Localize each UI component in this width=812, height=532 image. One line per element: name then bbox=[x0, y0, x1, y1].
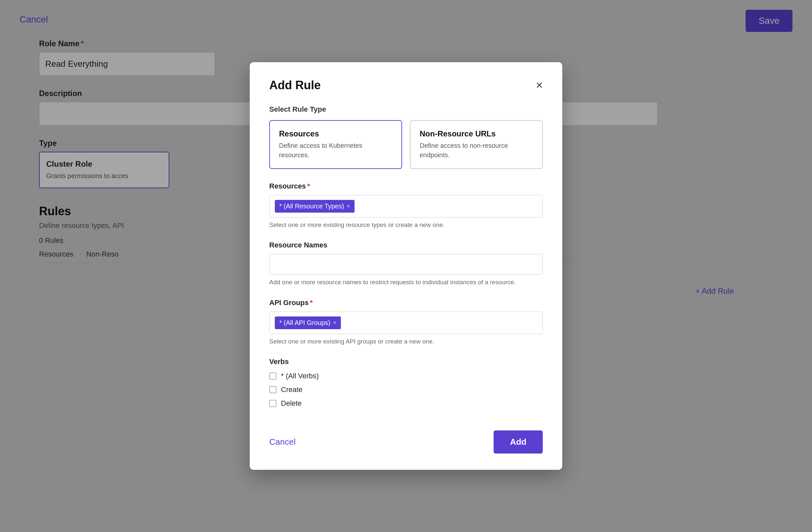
resources-card-desc: Define access to Kubernetes resources. bbox=[279, 141, 392, 160]
api-groups-tag: * (All API Groups) × bbox=[275, 316, 341, 329]
resource-names-hint: Add one or more resource names to restri… bbox=[269, 278, 543, 287]
modal-header: Add Rule × bbox=[269, 78, 543, 92]
api-groups-hint: Select one or more existing API groups o… bbox=[269, 337, 543, 346]
api-groups-tag-close[interactable]: × bbox=[333, 319, 337, 326]
non-resource-card-title: Non-Resource URLs bbox=[420, 129, 533, 138]
resource-names-field: Resource Names Add one or more resource … bbox=[269, 241, 543, 287]
rule-type-resources-card[interactable]: Resources Define access to Kubernetes re… bbox=[269, 120, 402, 169]
resources-card-title: Resources bbox=[279, 129, 392, 138]
resource-names-input[interactable] bbox=[269, 254, 543, 275]
verb-create: Create bbox=[269, 386, 543, 394]
resources-field: Resources * * (All Resource Types) × Sel… bbox=[269, 182, 543, 230]
resources-field-label: Resources * bbox=[269, 182, 543, 190]
modal-cancel-button[interactable]: Cancel bbox=[269, 437, 295, 447]
verb-delete-label: Delete bbox=[281, 399, 302, 408]
rule-type-non-resource-card[interactable]: Non-Resource URLs Define access to non-r… bbox=[410, 120, 543, 169]
verb-create-label: Create bbox=[281, 386, 303, 394]
verb-delete: Delete bbox=[269, 399, 543, 408]
api-groups-tag-input[interactable]: * (All API Groups) × bbox=[269, 312, 543, 334]
resources-tag-input[interactable]: * (All Resource Types) × bbox=[269, 195, 543, 217]
verb-delete-checkbox[interactable] bbox=[269, 400, 276, 407]
rule-type-row: Resources Define access to Kubernetes re… bbox=[269, 120, 543, 169]
resources-hint: Select one or more existing resource typ… bbox=[269, 221, 543, 230]
modal-footer: Cancel Add bbox=[269, 421, 543, 454]
verb-all-verbs-label: * (All Verbs) bbox=[281, 372, 319, 380]
non-resource-card-desc: Define access to non-resource endpoints. bbox=[420, 141, 533, 160]
api-groups-field: API Groups * * (All API Groups) × Select… bbox=[269, 299, 543, 346]
resources-tag: * (All Resource Types) × bbox=[275, 200, 354, 213]
verbs-label: Verbs bbox=[269, 358, 543, 366]
resources-tag-close[interactable]: × bbox=[347, 203, 350, 210]
verb-all-verbs-checkbox[interactable] bbox=[269, 372, 276, 379]
modal-close-button[interactable]: × bbox=[536, 80, 543, 91]
verb-all-verbs: * (All Verbs) bbox=[269, 372, 543, 380]
api-groups-label: API Groups * bbox=[269, 299, 543, 307]
verb-create-checkbox[interactable] bbox=[269, 386, 276, 393]
verbs-field: Verbs * (All Verbs) Create Delete bbox=[269, 358, 543, 408]
select-rule-type-label: Select Rule Type bbox=[269, 105, 543, 114]
add-rule-modal: Add Rule × Select Rule Type Resources De… bbox=[250, 62, 562, 470]
resource-names-label: Resource Names bbox=[269, 241, 543, 249]
modal-title: Add Rule bbox=[269, 78, 321, 92]
modal-add-button[interactable]: Add bbox=[494, 430, 543, 454]
modal-overlay: Add Rule × Select Rule Type Resources De… bbox=[0, 0, 812, 532]
